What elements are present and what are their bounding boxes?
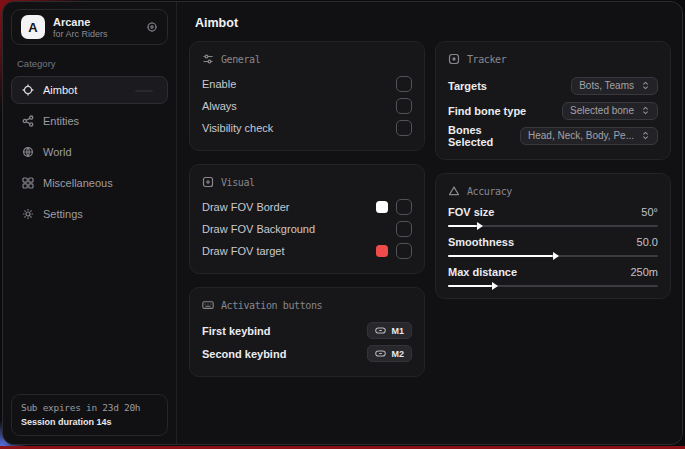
entities-icon [22, 115, 34, 127]
fov-border-color-swatch[interactable] [376, 201, 388, 213]
mouse-icon [375, 325, 386, 336]
select-value: Selected bone [570, 105, 634, 116]
sidebar-item-settings[interactable]: Settings [11, 200, 168, 228]
focus-icon [448, 53, 460, 65]
setting-label: Draw FOV target [202, 245, 285, 257]
general-card: General Enable Always Visibility check [189, 41, 425, 151]
select-value: Bots, Teams [579, 80, 634, 91]
section-title: General [221, 54, 260, 65]
setting-label: Always [202, 100, 237, 112]
box-plus-icon [202, 176, 214, 188]
draw-fov-border-checkbox[interactable] [396, 199, 412, 215]
setting-row-always: Always [202, 95, 412, 117]
sidebar-item-entities[interactable]: Entities [11, 107, 168, 135]
accuracy-card: Accuracy FOV size 50° [435, 173, 671, 299]
sidebar-item-miscellaneous[interactable]: Miscellaneous [11, 169, 168, 197]
unfold-icon [641, 81, 650, 90]
setting-row-fov-size: FOV size 50° [448, 206, 658, 227]
setting-row-bones-selected: Bones Selected Head, Neck, Body, Pe... [448, 123, 658, 148]
section-title: Activation buttons [221, 300, 322, 311]
scope-icon[interactable] [146, 21, 158, 33]
draw-fov-target-checkbox[interactable] [396, 243, 412, 259]
setting-label: Smoothness [448, 236, 514, 248]
fov-size-slider[interactable] [448, 225, 658, 227]
section-title: Visual [221, 177, 255, 188]
fov-size-value: 50° [641, 206, 658, 218]
gear-icon [22, 208, 34, 220]
setting-label: Max distance [448, 266, 517, 278]
setting-label: Enable [202, 78, 236, 90]
keybind-hint-dash [135, 90, 153, 92]
max-distance-value: 250m [630, 266, 658, 278]
setting-row-visibility-check: Visibility check [202, 117, 412, 139]
activation-card: Activation buttons First keybind M1 [189, 287, 425, 377]
app-logo: A [21, 15, 45, 39]
section-title: Accuracy [467, 186, 512, 197]
setting-label: Find bone type [448, 105, 526, 117]
smoothness-slider[interactable] [448, 255, 658, 257]
app-window: A Arcane for Arc Riders Category [2, 1, 683, 445]
setting-row-second-keybind: Second keybind M2 [202, 342, 412, 365]
mouse-icon [375, 348, 386, 359]
keybind-value: M1 [391, 326, 404, 336]
setting-row-find-bone-type: Find bone type Selected bone [448, 98, 658, 123]
always-checkbox[interactable] [396, 98, 412, 114]
sidebar-item-label: Entities [43, 115, 79, 127]
setting-label: FOV size [448, 206, 494, 218]
setting-row-smoothness: Smoothness 50.0 [448, 236, 658, 257]
sidebar-item-label: Miscellaneous [43, 177, 113, 189]
setting-row-max-distance: Max distance 250m [448, 266, 658, 287]
setting-label: Draw FOV Background [202, 223, 315, 235]
visual-card: Visual Draw FOV Border Draw FOV Backgrou… [189, 164, 425, 274]
app-name: Arcane [53, 16, 108, 28]
find-bone-type-select[interactable]: Selected bone [562, 102, 658, 120]
sidebar-item-label: Settings [43, 208, 83, 220]
setting-label: Targets [448, 80, 487, 92]
second-keybind-button[interactable]: M2 [367, 345, 412, 362]
sub-expires-text: Sub expires in 23d 20h [21, 402, 158, 413]
sidebar-item-label: Aimbot [43, 84, 77, 96]
setting-label: Draw FOV Border [202, 201, 289, 213]
category-label: Category [17, 58, 162, 69]
crosshair-icon [22, 84, 34, 96]
app-logo-card: A Arcane for Arc Riders [11, 9, 168, 45]
setting-row-first-keybind: First keybind M1 [202, 319, 412, 342]
sidebar-item-world[interactable]: World [11, 138, 168, 166]
sliders-icon [202, 53, 214, 65]
max-distance-slider[interactable] [448, 285, 658, 287]
section-title: Tracker [467, 54, 506, 65]
sidebar-nav: Aimbot Entities World [11, 76, 168, 228]
setting-row-draw-fov-background: Draw FOV Background [202, 218, 412, 240]
sidebar: A Arcane for Arc Riders Category [3, 2, 177, 444]
session-duration-text: Session duration 14s [21, 417, 158, 427]
first-keybind-button[interactable]: M1 [367, 322, 412, 339]
slider-thumb[interactable] [553, 252, 559, 260]
smoothness-value: 50.0 [637, 236, 658, 248]
setting-row-targets: Targets Bots, Teams [448, 73, 658, 98]
main-panel: Aimbot General [177, 2, 682, 444]
setting-row-draw-fov-border: Draw FOV Border [202, 196, 412, 218]
setting-label: Bones Selected [448, 124, 520, 148]
triangle-icon [448, 185, 460, 197]
slider-thumb[interactable] [477, 222, 483, 230]
sidebar-item-aimbot[interactable]: Aimbot [11, 76, 168, 104]
targets-select[interactable]: Bots, Teams [571, 77, 658, 95]
fov-target-color-swatch[interactable] [376, 245, 388, 257]
setting-label: Visibility check [202, 122, 273, 134]
setting-label: First keybind [202, 325, 270, 337]
enable-checkbox[interactable] [396, 76, 412, 92]
app-subtitle: for Arc Riders [53, 29, 108, 39]
bones-selected-select[interactable]: Head, Neck, Body, Pe... [520, 127, 658, 145]
slider-thumb[interactable] [492, 282, 498, 290]
unfold-icon [641, 131, 650, 140]
visibility-check-checkbox[interactable] [396, 120, 412, 136]
draw-fov-background-checkbox[interactable] [396, 221, 412, 237]
grid-icon [22, 177, 34, 189]
setting-row-enable: Enable [202, 73, 412, 95]
keybind-value: M2 [391, 349, 404, 359]
setting-label: Second keybind [202, 348, 286, 360]
select-value: Head, Neck, Body, Pe... [528, 130, 634, 141]
sidebar-item-label: World [43, 146, 72, 158]
globe-icon [22, 146, 34, 158]
keyboard-icon [202, 299, 214, 311]
